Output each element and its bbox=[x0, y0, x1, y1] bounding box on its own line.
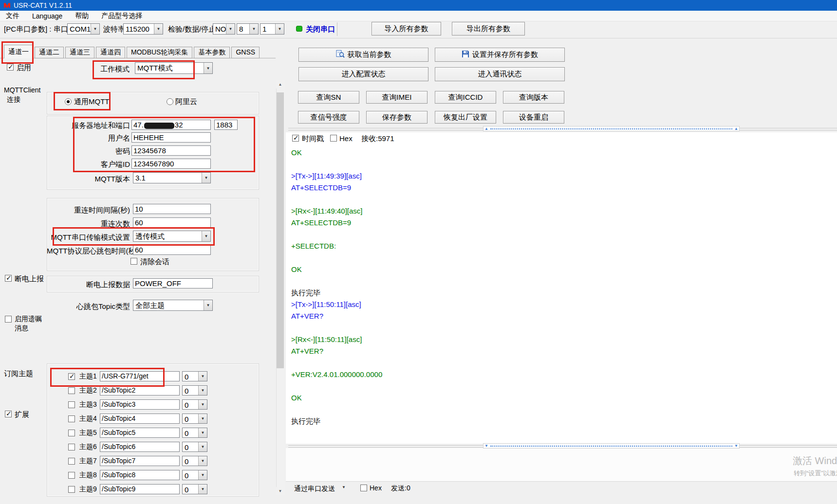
clean-session-checkbox[interactable] bbox=[130, 258, 137, 265]
topic-input[interactable]: /SubTopic6 bbox=[100, 442, 180, 452]
recv-count-label: 接收:5971 bbox=[361, 134, 394, 144]
stopbits-select[interactable]: 1▼ bbox=[260, 23, 284, 35]
password-input[interactable]: 12345678 bbox=[131, 145, 211, 156]
topic-qos-select[interactable]: 0▼ bbox=[182, 371, 207, 381]
transfer-mode-select[interactable]: 透传模式▼ bbox=[133, 231, 211, 242]
query-iccid-button[interactable]: 查询ICCID bbox=[435, 91, 496, 104]
import-params-button[interactable]: 导入所有参数 bbox=[372, 22, 441, 36]
tab[interactable]: 通道一 bbox=[4, 45, 33, 58]
topic-checkbox[interactable] bbox=[68, 387, 75, 394]
log-bottom-scrollbar[interactable]: ▼ ▼ bbox=[483, 443, 740, 449]
menu-item[interactable]: Language bbox=[32, 12, 62, 20]
log-top-scrollbar[interactable]: ▲ ▲ bbox=[483, 126, 740, 131]
triangle-up-icon: ▲ bbox=[733, 127, 739, 131]
keepalive-input[interactable]: 60 bbox=[133, 245, 211, 255]
extend-checkbox[interactable] bbox=[5, 411, 12, 417]
topic-checkbox[interactable] bbox=[68, 458, 75, 465]
query-signal-button[interactable]: 查信号强度 bbox=[298, 111, 359, 124]
topic-qos-select[interactable]: 0▼ bbox=[182, 428, 207, 438]
power-report-checkbox[interactable] bbox=[5, 275, 12, 282]
tab[interactable]: 通道四 bbox=[96, 47, 125, 58]
tab[interactable]: 基本参数 bbox=[194, 47, 230, 58]
topic-checkbox[interactable] bbox=[68, 373, 75, 380]
set-save-params-button[interactable]: 设置并保存所有参数 bbox=[435, 48, 565, 62]
hex-display-checkbox[interactable] bbox=[330, 135, 337, 142]
username-input[interactable]: HEHEHE bbox=[131, 132, 211, 143]
menu-bar: 文件Language帮助产品型号选择 bbox=[0, 11, 837, 21]
log-line bbox=[291, 195, 827, 207]
aliyun-radio[interactable] bbox=[167, 98, 173, 105]
will-message-checkbox[interactable] bbox=[5, 316, 12, 323]
tab[interactable]: GNSS bbox=[231, 47, 260, 58]
topic-qos-select[interactable]: 0▼ bbox=[182, 399, 207, 410]
query-imei-button[interactable]: 查询IMEI bbox=[366, 91, 428, 104]
topic-checkbox[interactable] bbox=[68, 415, 75, 422]
topic-input[interactable]: /SubTopic8 bbox=[100, 470, 180, 480]
will-message-label: 启用遗嘱 bbox=[15, 315, 42, 324]
client-id-label: 客户端ID bbox=[47, 160, 130, 169]
topic-input[interactable]: /SubTopic9 bbox=[100, 484, 180, 494]
menu-item[interactable]: 帮助 bbox=[75, 12, 89, 20]
topic-input[interactable]: /SubTopic5 bbox=[100, 428, 180, 438]
log-line bbox=[291, 253, 827, 265]
close-port-button[interactable]: 关闭串口 bbox=[306, 25, 335, 34]
scroll-up-icon[interactable]: ▲ bbox=[276, 80, 284, 89]
log-line bbox=[291, 405, 827, 417]
topic-checkbox[interactable] bbox=[68, 444, 75, 450]
chevron-down-icon: ▼ bbox=[198, 428, 207, 437]
topic-checkbox[interactable] bbox=[68, 430, 75, 436]
topic-qos-select[interactable]: 0▼ bbox=[182, 456, 207, 466]
scroll-down-icon[interactable]: ▼ bbox=[276, 487, 284, 495]
topic-input[interactable]: /SubTopic3 bbox=[100, 399, 180, 410]
factory-reset-button[interactable]: 恢复出厂设置 bbox=[435, 111, 496, 124]
menu-item[interactable]: 文件 bbox=[6, 12, 19, 20]
baud-select[interactable]: 115200▼ bbox=[123, 23, 163, 35]
save-params-button[interactable]: 保存参数 bbox=[366, 111, 428, 124]
topic-input[interactable]: /SubTopic7 bbox=[100, 456, 180, 466]
topic-qos-select[interactable]: 0▼ bbox=[182, 385, 207, 396]
enter-config-button[interactable]: 进入配置状态 bbox=[298, 67, 428, 81]
send-via-serial-dropdown[interactable]: 通过串口发送 bbox=[294, 485, 335, 493]
topic-qos-select[interactable]: 0▼ bbox=[182, 442, 207, 452]
reconnect-count-input[interactable]: 60 bbox=[133, 217, 211, 228]
enter-comm-button[interactable]: 进入通讯状态 bbox=[435, 67, 565, 81]
tab[interactable]: 通道二 bbox=[35, 47, 64, 58]
topic-input[interactable]: /SubTopic2 bbox=[100, 385, 180, 396]
topic-qos-select[interactable]: 0▼ bbox=[182, 414, 207, 424]
com-port-select[interactable]: COM10▼ bbox=[67, 23, 100, 35]
topic-checkbox[interactable] bbox=[68, 472, 75, 479]
server-address-input[interactable]: 47.32 bbox=[131, 120, 211, 130]
topic-checkbox[interactable] bbox=[68, 401, 75, 408]
work-mode-select[interactable]: MQTT模式▼ bbox=[135, 62, 213, 74]
databits-select[interactable]: 8▼ bbox=[237, 23, 259, 35]
server-port-input[interactable]: 1883 bbox=[214, 120, 238, 130]
query-sn-button[interactable]: 查询SN bbox=[298, 91, 359, 104]
send-input-area[interactable] bbox=[286, 448, 837, 481]
reboot-button[interactable]: 设备重启 bbox=[503, 111, 564, 124]
query-version-button[interactable]: 查询版本 bbox=[503, 91, 564, 104]
port-open-led-icon bbox=[296, 26, 302, 32]
scrollbar-thumb[interactable] bbox=[277, 92, 284, 368]
topic-input[interactable]: /SubTopic4 bbox=[100, 414, 180, 424]
hex-send-checkbox[interactable] bbox=[360, 485, 367, 491]
chevron-down-icon[interactable]: ▼ bbox=[342, 485, 346, 489]
log-line bbox=[291, 382, 827, 394]
timestamp-checkbox[interactable] bbox=[292, 135, 299, 142]
topic-qos-select[interactable]: 0▼ bbox=[182, 484, 207, 494]
export-params-button[interactable]: 导出所有参数 bbox=[452, 22, 525, 36]
generic-mqtt-radio[interactable] bbox=[65, 98, 72, 105]
parity-select[interactable]: NONI▼ bbox=[213, 23, 235, 35]
tab[interactable]: MODBUS轮询采集 bbox=[127, 47, 192, 58]
topic-checkbox[interactable] bbox=[68, 486, 75, 493]
heartbeat-topic-select[interactable]: 全部主题▼ bbox=[133, 300, 213, 311]
get-params-button[interactable]: 获取当前参数 bbox=[298, 48, 428, 62]
reconnect-interval-input[interactable]: 10 bbox=[133, 204, 211, 214]
client-id-input[interactable]: 1234567890 bbox=[131, 159, 211, 169]
power-data-input[interactable]: POWER_OFF bbox=[133, 278, 213, 288]
topic-qos-select[interactable]: 0▼ bbox=[182, 470, 207, 480]
menu-item[interactable]: 产品型号选择 bbox=[101, 12, 142, 20]
mqtt-version-select[interactable]: 3.1▼ bbox=[133, 172, 211, 183]
tab[interactable]: 通道三 bbox=[65, 47, 94, 58]
enable-checkbox[interactable] bbox=[7, 64, 14, 71]
topic-input[interactable]: /USR-G771/get bbox=[100, 371, 180, 381]
